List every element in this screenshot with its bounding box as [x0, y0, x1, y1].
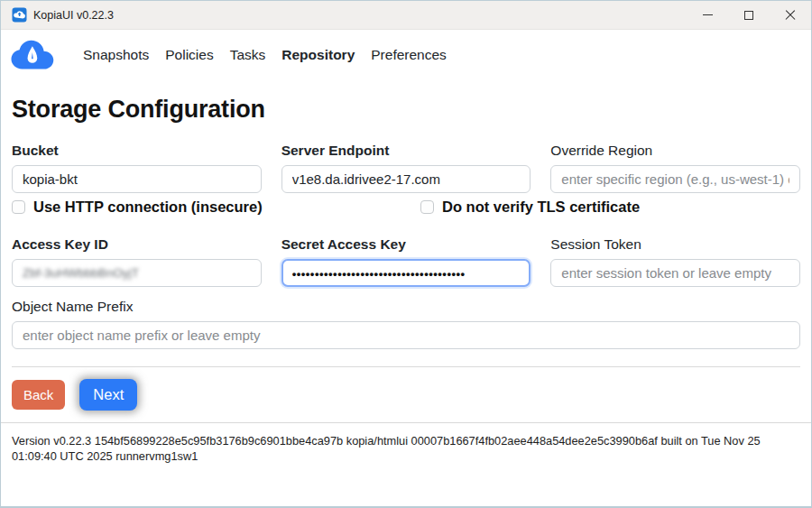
bucket-field: Bucket — [12, 143, 262, 193]
nav-item-preferences[interactable]: Preferences — [363, 42, 455, 69]
bucket-label: Bucket — [12, 143, 262, 159]
window-title: KopiaUI v0.22.3 — [33, 9, 114, 22]
access-key-redacted-value: Zbf-3uHWbbbBnOyjT — [23, 266, 139, 280]
maximize-icon — [744, 11, 753, 20]
use-http-checkbox-label[interactable]: Use HTTP connection (insecure) — [33, 199, 263, 216]
back-button[interactable]: Back — [12, 380, 65, 410]
version-text: Version v0.22.3 154bf56899228e5c95fb3176… — [12, 434, 761, 463]
maximize-button[interactable] — [728, 1, 770, 29]
secret-key-masked-value: •••••••••••••••••••••••••••••••••••••• — [292, 267, 466, 281]
nav-item-tasks[interactable]: Tasks — [222, 42, 274, 69]
version-footer: Version v0.22.3 154bf56899228e5c95fb3176… — [1, 422, 811, 506]
nav-item-repository[interactable]: Repository — [273, 42, 363, 69]
server-endpoint-label: Server Endpoint — [281, 143, 531, 159]
use-http-checkbox[interactable] — [12, 200, 25, 214]
session-token-label: Session Token — [550, 236, 800, 253]
access-key-label: Access Key ID — [12, 236, 262, 253]
secret-key-field: Secret Access Key ••••••••••••••••••••••… — [281, 236, 531, 287]
object-prefix-field: Object Name Prefix — [12, 299, 800, 349]
session-token-input[interactable] — [550, 259, 800, 287]
minimize-button[interactable] — [687, 1, 728, 29]
kopiaui-window: KopiaUI v0.22.3 Snapshots Policies Tasks… — [0, 0, 812, 508]
button-divider — [12, 366, 800, 367]
no-verify-tls-checkbox-label[interactable]: Do not verify TLS certificate — [442, 199, 640, 216]
object-prefix-label: Object Name Prefix — [12, 299, 800, 315]
next-button[interactable]: Next — [79, 379, 137, 411]
nav-item-policies[interactable]: Policies — [157, 42, 221, 69]
no-verify-tls-checkbox[interactable] — [420, 200, 434, 214]
session-token-field: Session Token — [550, 236, 800, 287]
use-http-checkbox-group: Use HTTP connection (insecure) — [12, 199, 263, 216]
object-prefix-input[interactable] — [12, 321, 800, 349]
secret-key-input[interactable]: •••••••••••••••••••••••••••••••••••••• — [281, 259, 531, 287]
server-endpoint-field: Server Endpoint — [281, 143, 531, 193]
button-row: Back Next — [12, 379, 800, 411]
override-region-label: Override Region — [550, 143, 800, 159]
nav-item-snapshots[interactable]: Snapshots — [75, 42, 157, 69]
navbar: Snapshots Policies Tasks Repository Pref… — [1, 30, 811, 79]
server-endpoint-input[interactable] — [281, 165, 531, 193]
override-region-field: Override Region — [550, 143, 800, 193]
checkbox-row: Use HTTP connection (insecure) Do not ve… — [12, 199, 800, 222]
titlebar: KopiaUI v0.22.3 — [1, 1, 811, 30]
access-key-input[interactable]: Zbf-3uHWbbbBnOyjT — [12, 259, 262, 287]
app-icon — [12, 7, 27, 23]
kopia-cloud-logo-icon[interactable] — [10, 38, 57, 72]
page-title: Storage Configuration — [12, 96, 800, 124]
close-icon — [785, 10, 796, 21]
minimize-icon — [703, 14, 713, 15]
no-verify-tls-checkbox-group: Do not verify TLS certificate — [420, 199, 640, 216]
bucket-input[interactable] — [12, 165, 262, 193]
access-key-field: Access Key ID Zbf-3uHWbbbBnOyjT — [12, 236, 262, 287]
storage-configuration-panel: Storage Configuration Bucket Server Endp… — [1, 79, 811, 422]
close-button[interactable] — [770, 1, 811, 29]
secret-key-label: Secret Access Key — [281, 236, 531, 253]
override-region-input[interactable] — [550, 165, 800, 193]
